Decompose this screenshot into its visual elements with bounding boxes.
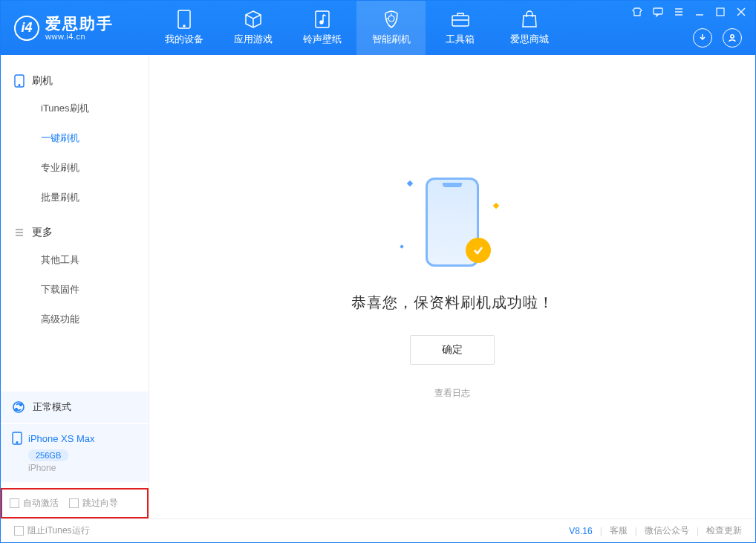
tab-label: 智能刷机 bbox=[372, 33, 411, 46]
sidebar: 刷机 iTunes刷机 一键刷机 专业刷机 批量刷机 更多 其他工具 下载固件 … bbox=[1, 55, 149, 518]
status-bar: 阻止iTunes运行 V8.16 | 客服 | 微信公众号 | 检查更新 bbox=[1, 518, 755, 542]
device-icon bbox=[175, 10, 194, 29]
tab-store[interactable]: 爱思商城 bbox=[495, 1, 564, 55]
sidebar-item-other-tools[interactable]: 其他工具 bbox=[1, 245, 149, 275]
device-name: iPhone XS Max bbox=[28, 433, 95, 444]
svg-point-14 bbox=[16, 442, 18, 443]
check-icon bbox=[466, 238, 491, 263]
tab-label: 应用游戏 bbox=[234, 33, 273, 46]
cube-icon bbox=[244, 10, 263, 29]
tab-smart-flash[interactable]: 智能刷机 bbox=[356, 1, 426, 55]
sidebar-head-label: 更多 bbox=[32, 226, 53, 239]
logo-text: 爱思助手 www.i4.cn bbox=[45, 15, 114, 41]
user-button[interactable] bbox=[723, 28, 742, 48]
checkbox-icon bbox=[10, 498, 19, 508]
logo: i4 爱思助手 www.i4.cn bbox=[1, 15, 149, 41]
shield-icon bbox=[382, 10, 401, 29]
svg-point-1 bbox=[183, 25, 185, 27]
header-actions bbox=[693, 28, 742, 48]
sidebar-item-pro-flash[interactable]: 专业刷机 bbox=[1, 153, 149, 183]
titlebar: i4 爱思助手 www.i4.cn 我的设备 应用游戏 铃声壁纸 智能刷机 bbox=[1, 1, 755, 55]
list-icon bbox=[14, 227, 25, 238]
mode-label: 正常模式 bbox=[33, 400, 71, 414]
svg-rect-5 bbox=[654, 8, 662, 14]
main-panel: 恭喜您，保资料刷机成功啦！ 确定 查看日志 bbox=[149, 55, 755, 518]
sidebar-item-batch-flash[interactable]: 批量刷机 bbox=[1, 183, 149, 212]
tab-ringtones-wallpapers[interactable]: 铃声壁纸 bbox=[287, 1, 356, 55]
tab-label: 爱思商城 bbox=[510, 33, 549, 46]
skin-icon[interactable] bbox=[630, 5, 644, 19]
logo-icon: i4 bbox=[14, 16, 39, 41]
close-icon[interactable] bbox=[734, 5, 748, 19]
svg-point-12 bbox=[20, 404, 22, 406]
note-icon bbox=[313, 10, 332, 29]
bag-icon bbox=[520, 10, 539, 29]
tab-label: 我的设备 bbox=[165, 33, 203, 46]
mode-card[interactable]: 正常模式 bbox=[1, 391, 149, 423]
sync-icon bbox=[12, 400, 25, 414]
checkbox-icon bbox=[69, 498, 79, 508]
svg-point-3 bbox=[320, 21, 323, 24]
app-window: i4 爱思助手 www.i4.cn 我的设备 应用游戏 铃声壁纸 智能刷机 bbox=[0, 0, 756, 543]
options-highlight: 自动激活 跳过向导 bbox=[1, 488, 149, 518]
maximize-icon[interactable] bbox=[714, 5, 727, 19]
checkbox-icon bbox=[14, 526, 24, 536]
sidebar-head-label: 刷机 bbox=[32, 74, 53, 88]
tab-my-device[interactable]: 我的设备 bbox=[149, 1, 218, 55]
checkbox-label: 阻止iTunes运行 bbox=[27, 524, 90, 537]
device-card[interactable]: iPhone XS Max 256GB iPhone bbox=[1, 424, 149, 482]
phone-icon bbox=[12, 432, 22, 445]
sidebar-item-itunes-flash[interactable]: iTunes刷机 bbox=[1, 94, 149, 123]
checkbox-skip-guide[interactable]: 跳过向导 bbox=[69, 497, 118, 510]
link-support[interactable]: 客服 bbox=[610, 524, 628, 537]
tab-toolbox[interactable]: 工具箱 bbox=[426, 1, 495, 55]
feedback-icon[interactable] bbox=[651, 5, 665, 19]
sidebar-item-oneclick-flash[interactable]: 一键刷机 bbox=[1, 123, 149, 153]
menu-icon[interactable] bbox=[672, 5, 685, 19]
sidebar-head-more: 更多 bbox=[1, 220, 149, 245]
ok-button[interactable]: 确定 bbox=[410, 335, 495, 365]
tab-label: 铃声壁纸 bbox=[303, 33, 342, 46]
svg-rect-6 bbox=[717, 8, 724, 16]
app-title: 爱思助手 bbox=[45, 15, 114, 32]
sidebar-item-download-firmware[interactable]: 下载固件 bbox=[1, 275, 149, 305]
sidebar-head-flash: 刷机 bbox=[1, 68, 149, 94]
checkbox-label: 自动激活 bbox=[23, 497, 59, 510]
link-check-update[interactable]: 检查更新 bbox=[706, 524, 742, 537]
sidebar-item-advanced[interactable]: 高级功能 bbox=[1, 305, 149, 334]
checkbox-label: 跳过向导 bbox=[82, 497, 118, 510]
version-label: V8.16 bbox=[569, 526, 592, 536]
success-message: 恭喜您，保资料刷机成功啦！ bbox=[351, 293, 554, 313]
device-type: iPhone bbox=[28, 463, 137, 473]
success-illustration bbox=[400, 174, 504, 270]
minimize-icon[interactable] bbox=[693, 5, 706, 19]
nav-tabs: 我的设备 应用游戏 铃声壁纸 智能刷机 工具箱 爱思商城 bbox=[149, 1, 564, 55]
device-capacity: 256GB bbox=[28, 449, 68, 461]
svg-point-9 bbox=[19, 85, 20, 86]
tab-apps-games[interactable]: 应用游戏 bbox=[218, 1, 287, 55]
app-subtitle: www.i4.cn bbox=[45, 32, 114, 41]
sidebar-group-flash: 刷机 iTunes刷机 一键刷机 专业刷机 批量刷机 bbox=[1, 68, 149, 220]
body: 刷机 iTunes刷机 一键刷机 专业刷机 批量刷机 更多 其他工具 下载固件 … bbox=[1, 55, 755, 518]
svg-point-11 bbox=[16, 409, 17, 410]
sidebar-group-more: 更多 其他工具 下载固件 高级功能 bbox=[1, 220, 149, 342]
svg-rect-4 bbox=[452, 16, 469, 26]
toolbox-icon bbox=[451, 10, 470, 29]
link-wechat[interactable]: 微信公众号 bbox=[645, 524, 689, 537]
download-button[interactable] bbox=[693, 28, 712, 48]
window-controls bbox=[630, 5, 748, 19]
svg-rect-2 bbox=[316, 11, 329, 27]
tab-label: 工具箱 bbox=[446, 33, 475, 46]
phone-icon bbox=[14, 74, 25, 88]
checkbox-block-itunes[interactable]: 阻止iTunes运行 bbox=[14, 524, 90, 537]
sidebar-bottom: 正常模式 iPhone XS Max 256GB iPhone 自动激活 bbox=[1, 391, 149, 518]
checkbox-auto-activate[interactable]: 自动激活 bbox=[10, 497, 59, 510]
svg-point-7 bbox=[731, 35, 734, 38]
view-log-link[interactable]: 查看日志 bbox=[434, 387, 470, 400]
